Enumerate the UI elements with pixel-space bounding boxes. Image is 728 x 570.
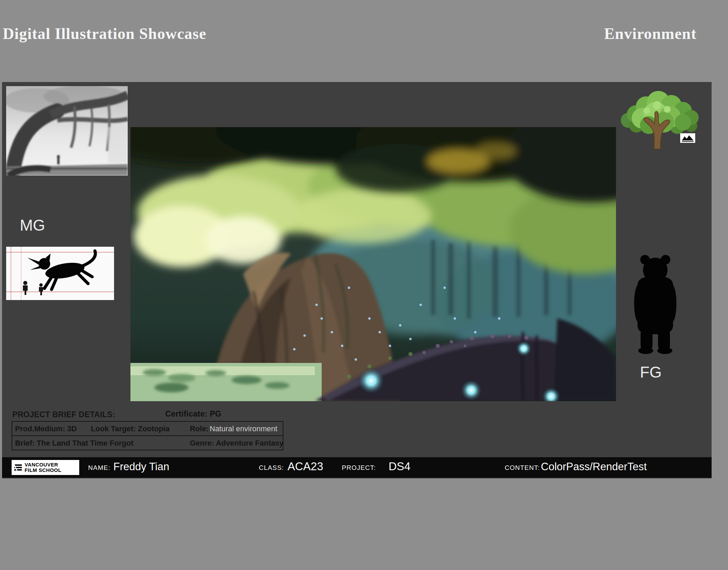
- vfs-logo: VANCOUVER FILM SCHOOL: [12, 460, 79, 475]
- vfs-logo-text: VANCOUVER FILM SCHOOL: [25, 462, 61, 473]
- character-silhouette-panel: [6, 247, 114, 300]
- class-value: ACA23: [288, 460, 323, 473]
- vfs-logo-icon: [14, 463, 23, 472]
- brief-role-value: Natural environment: [210, 424, 277, 433]
- leaping-animal-silhouette: [6, 247, 114, 300]
- footer-bar: VANCOUVER FILM SCHOOL NAME: Freddy Tian …: [2, 457, 712, 478]
- brief-text: Brief: The Land That Time Forgot: [15, 439, 134, 448]
- environment-painting-image: [130, 127, 616, 401]
- fg-label: FG: [640, 363, 662, 381]
- category-label: Environment: [604, 25, 697, 43]
- mg-label: MG: [20, 216, 45, 234]
- brief-table: Prod.Medium: 3D Look Target: Zootopia Ro…: [12, 421, 283, 450]
- mountain-watermark-icon: [680, 133, 695, 143]
- sketch-thumbnail: [6, 86, 128, 176]
- project-value: DS4: [389, 460, 410, 473]
- content-value: ColorPass/RenderTest: [541, 461, 647, 473]
- bear-silhouette: [631, 252, 680, 354]
- brief-heading: PROJECT BRIEF DETAILS:: [12, 410, 115, 419]
- class-label: CLASS:: [259, 464, 284, 472]
- name-label: NAME:: [88, 464, 110, 472]
- vfs-logo-line1: VANCOUVER: [25, 462, 61, 467]
- art-board: MG: [2, 82, 712, 478]
- tree-sketch-image: [6, 86, 128, 176]
- brief-row-1: Prod.Medium: 3D Look Target: Zootopia Ro…: [12, 422, 283, 435]
- brief-role-label: Role:: [190, 424, 209, 433]
- page-title: Digital Illustration Showcase: [3, 25, 206, 43]
- brief-row-2: Brief: The Land That Time Forgot Genre: …: [12, 435, 283, 450]
- content-label: CONTENT:: [505, 464, 540, 472]
- certificate-label: Certificate: PG: [165, 409, 221, 419]
- main-environment-painting: [130, 127, 616, 401]
- showcase-page: Digital Illustration Showcase Environmen…: [0, 0, 728, 570]
- project-label: PROJECT:: [342, 464, 376, 472]
- name-value: Freddy Tian: [113, 461, 169, 473]
- brief-genre: Genre: Adventure Fantasy: [190, 439, 283, 448]
- vfs-logo-line2: FILM SCHOOL: [25, 467, 61, 473]
- brief-medium: Prod.Medium: 3D: [15, 424, 77, 433]
- brief-look-target: Look Target: Zootopia: [91, 424, 170, 433]
